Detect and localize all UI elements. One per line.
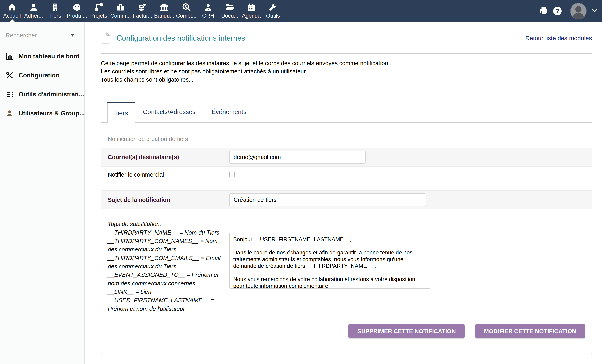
page-file-icon [101,32,110,44]
help-button[interactable]: ? [553,7,562,15]
card-actions: SUPPRIMER CETTE NOTIFICATION MODIFIER CE… [101,319,591,353]
nav-item-comptabilite[interactable]: $ Compt... [175,0,197,22]
notify-sales-label: Notifier le commercial [108,171,229,178]
nav-item-label: Factur... [133,13,152,19]
agenda-calendar-icon [247,2,256,12]
bank-icon [160,2,169,12]
user-menu-chevron-down-icon[interactable] [591,7,598,15]
print-button[interactable] [539,6,548,16]
main-content: Configuration des notifications internes… [85,22,602,364]
intro-line: Tous les champs sont obligatoires... [101,76,592,84]
divider [101,90,592,90]
thirdparty-building-icon [51,2,60,12]
nav-item-banques[interactable]: Banqu... [153,0,175,22]
hrm-user-tie-icon [204,2,213,12]
intro-line: Les courriels sont libres et ne sont pas… [101,67,592,76]
bar-chart-icon [6,53,14,61]
nav-item-label: Banqu... [154,13,174,19]
notification-tabs: Tiers Contacts/Adresses Événements [101,101,592,123]
nav-item-label: Agenda [242,13,261,19]
search-input[interactable] [6,32,75,39]
notify-sales-checkbox[interactable] [229,172,235,177]
section-title: Notification de création de tiers [101,130,591,148]
tag-line: __THIRDPARTY_COM_NAMES__ = Nom des comme… [108,237,226,254]
main-menu: Accueil Adhér... Tiers Produi... Projets… [0,0,284,22]
tag-line: __USER_FIRSTNAME_LASTNAME__ = Prénom et … [108,296,226,313]
nav-item-label: GRH [202,13,214,19]
modify-notification-button[interactable]: MODIFIER CETTE NOTIFICATION [475,324,585,338]
project-sitemap-icon [94,2,103,12]
recipients-label: Courriel(s) destinataire(s) [108,154,229,161]
product-cube-icon [72,2,82,12]
intro-text: Cette page permet de configurer les dest… [101,59,592,84]
commerce-briefcase-icon [116,2,125,12]
help-question-icon: ? [553,7,562,15]
nav-item-agenda[interactable]: Agenda [240,0,262,22]
left-sidebar: Mon tableau de bord Configuration Outils… [0,22,85,364]
documents-folder-icon [225,2,234,12]
notify-sales-row: Notifier le commercial [101,166,591,190]
member-icon [29,2,38,12]
nav-item-label: Comm... [110,13,131,19]
sidebar-item-label: Outils d'administrati... [19,91,84,98]
nav-item-label: Compt... [176,13,196,19]
navbar-right-tools: ? [534,0,602,22]
sidebar-item-users-groups[interactable]: Utilisateurs & Group... [0,104,84,123]
tab-evenements[interactable]: Événements [204,101,254,122]
nav-item-grh[interactable]: GRH [197,0,219,22]
subject-row: Sujet de la notification [101,190,591,209]
tools-wrench-icon [268,2,277,12]
tag-line: __THIRDPARTY_NAME__ = Nom du Tiers [108,228,226,237]
back-to-modules-link[interactable]: Retour liste des modules [525,35,592,42]
nav-item-commerce[interactable]: Comm... [109,0,132,22]
nav-item-adherents[interactable]: Adhér... [23,0,44,22]
nav-item-label: Accueil [3,13,21,19]
tag-line: __EVENT_ASSIGNED_TO__ = Prénom et nom de… [108,271,226,288]
recipients-input[interactable] [229,151,366,163]
sidebar-item-admin-tools[interactable]: Outils d'administrati... [0,85,84,104]
body-textarea[interactable]: Bonjour __USER_FIRSTNAME_LASTNAME__, Dan… [229,233,430,289]
nav-item-documents[interactable]: Docu... [219,0,240,22]
nav-item-tiers[interactable]: Tiers [44,0,66,22]
sidebar-menu: Mon tableau de bord Configuration Outils… [0,47,84,123]
nav-item-label: Outils [266,13,280,19]
nav-item-label: Projets [90,13,107,19]
substitution-tags-help: Tags de substitution: __THIRDPARTY_NAME_… [108,209,229,313]
nav-item-outils[interactable]: Outils [262,0,284,22]
tags-title: Tags de substitution: [108,220,226,228]
tools-crossed-icon [6,71,14,79]
nav-item-facturation[interactable]: Factur... [132,0,153,22]
active-menu-indicator [9,19,15,22]
tag-line: __LINK__ = Lien [108,288,226,296]
nav-item-projets[interactable]: Projets [88,0,109,22]
nav-item-label: Produi... [67,13,87,19]
subject-label: Sujet de la notification [108,197,229,203]
sidebar-item-label: Configuration [19,72,60,79]
user-icon [6,109,14,117]
search-dropdown-caret-icon[interactable] [70,34,75,36]
nav-item-accueil[interactable]: Accueil [1,0,23,22]
notification-card: Notification de création de tiers Courri… [101,130,592,354]
accounting-search-dollar-icon: $ [182,2,191,12]
sidebar-item-label: Utilisateurs & Group... [19,110,85,117]
printer-icon [539,6,548,16]
top-navbar: Accueil Adhér... Tiers Produi... Projets… [0,0,602,22]
server-stack-icon [6,90,14,98]
recipients-row: Courriel(s) destinataire(s) [101,148,591,166]
svg-text:$: $ [185,4,187,9]
tag-line: __THIRDPARTY_COM_EMAILS__ = Email des co… [108,254,226,271]
sidebar-item-label: Mon tableau de bord [19,53,80,60]
home-icon [8,2,17,12]
tab-contacts-adresses[interactable]: Contacts/Adresses [135,101,204,122]
sidebar-item-configuration[interactable]: Configuration [0,66,84,85]
user-avatar[interactable] [570,3,587,19]
sidebar-item-dashboard[interactable]: Mon tableau de bord [0,47,84,66]
page-title: Configuration des notifications internes [117,34,245,42]
delete-notification-button[interactable]: SUPPRIMER CETTE NOTIFICATION [348,324,465,338]
sidebar-search [6,32,75,42]
subject-input[interactable] [229,193,426,206]
tab-tiers[interactable]: Tiers [107,102,135,123]
nav-item-produits[interactable]: Produi... [66,0,88,22]
nav-item-label: Docu... [221,13,238,19]
body-row: Tags de substitution: __THIRDPARTY_NAME_… [101,209,591,319]
